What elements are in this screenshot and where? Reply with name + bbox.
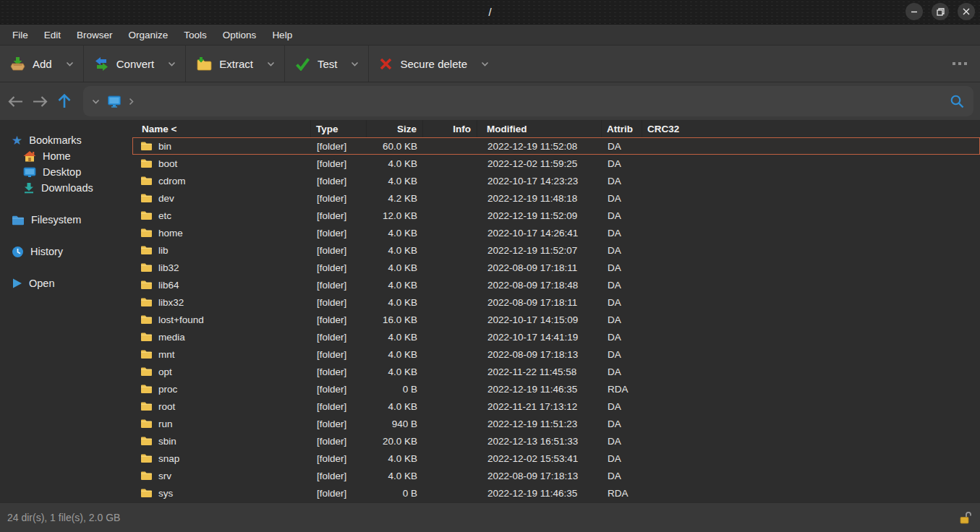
sidebar-item-downloads[interactable]: Downloads xyxy=(0,180,132,196)
table-row-4[interactable]: etc [folder] 12.0 KB 2022-12-19 11:52:09… xyxy=(132,207,980,224)
file-crc32 xyxy=(643,485,979,501)
extract-button[interactable]: Extract xyxy=(189,51,260,76)
navigation-bar xyxy=(0,82,980,120)
file-type: [folder] xyxy=(312,277,367,293)
table-row-20[interactable]: sys [folder] 0 B 2022-12-19 11:46:35 RDA xyxy=(132,484,980,502)
menu-item-0[interactable]: File xyxy=(4,25,36,45)
sidebar-item-bookmarks[interactable]: ★ Bookmarks xyxy=(0,132,132,148)
table-row-19[interactable]: srv [folder] 4.0 KB 2022-08-09 17:18:13 … xyxy=(132,467,980,484)
table-row-9[interactable]: libx32 [folder] 4.0 KB 2022-08-09 17:18:… xyxy=(132,293,980,311)
chevron-down-icon xyxy=(481,61,489,66)
file-name: snap xyxy=(158,453,179,464)
file-name: sys xyxy=(158,488,173,499)
back-button[interactable] xyxy=(4,88,27,114)
sidebar-item-home[interactable]: Home xyxy=(0,148,132,164)
sidebar-item-history[interactable]: History xyxy=(0,244,132,259)
maximize-button[interactable] xyxy=(932,3,949,20)
table-row-12[interactable]: mnt [folder] 4.0 KB 2022-08-09 17:18:13 … xyxy=(132,346,980,363)
table-row-14[interactable]: proc [folder] 0 B 2022-12-19 11:46:35 RD… xyxy=(132,380,980,398)
table-row-2[interactable]: cdrom [folder] 4.0 KB 2022-10-17 14:23:2… xyxy=(132,172,980,189)
forward-button[interactable] xyxy=(28,88,51,114)
more-options-button[interactable] xyxy=(953,62,967,65)
table-row-3[interactable]: dev [folder] 4.2 KB 2022-12-19 11:48:18 … xyxy=(132,189,980,207)
add-button[interactable]: Add xyxy=(3,51,59,77)
file-attrib: RDA xyxy=(602,485,643,501)
file-type: [folder] xyxy=(312,450,367,466)
file-modified: 2022-08-09 17:18:48 xyxy=(478,277,602,293)
column-header-name[interactable]: Name < xyxy=(132,120,311,137)
table-row-7[interactable]: lib32 [folder] 4.0 KB 2022-08-09 17:18:1… xyxy=(132,259,980,276)
column-header-attrib[interactable]: Attrib xyxy=(602,120,642,137)
table-row-11[interactable]: media [folder] 4.0 KB 2022-10-17 14:41:1… xyxy=(132,328,980,346)
extract-dropdown-button[interactable] xyxy=(260,56,281,72)
sidebar-item-filesystem[interactable]: Filesystem xyxy=(0,212,132,228)
file-type: [folder] xyxy=(312,207,367,223)
file-attrib: DA xyxy=(602,312,643,327)
computer-icon[interactable] xyxy=(107,95,122,108)
table-row-13[interactable]: opt [folder] 4.0 KB 2022-11-22 11:45:58 … xyxy=(132,363,980,380)
file-info xyxy=(424,312,478,327)
table-row-16[interactable]: run [folder] 940 B 2022-12-19 11:51:23 D… xyxy=(132,415,980,432)
file-modified: 2022-11-21 17:13:12 xyxy=(478,398,602,414)
menu-item-2[interactable]: Browser xyxy=(69,25,121,45)
file-attrib: DA xyxy=(602,346,643,362)
menu-item-3[interactable]: Organize xyxy=(121,25,176,45)
file-info xyxy=(424,225,478,241)
file-name: home xyxy=(158,228,183,239)
column-header-info[interactable]: Info xyxy=(423,120,477,137)
sidebar-item-desktop[interactable]: Desktop xyxy=(0,164,132,180)
file-info xyxy=(424,173,478,189)
column-header-crc32[interactable]: CRC32 xyxy=(642,120,980,137)
file-modified: 2022-08-09 17:18:13 xyxy=(478,468,602,484)
table-row-8[interactable]: lib64 [folder] 4.0 KB 2022-08-09 17:18:4… xyxy=(132,276,980,293)
file-modified: 2022-08-09 17:18:11 xyxy=(478,259,602,275)
lock-open-icon[interactable] xyxy=(958,511,972,525)
table-row-0[interactable]: bin [folder] 60.0 KB 2022-12-19 11:52:08… xyxy=(132,137,980,155)
sidebar-item-label: History xyxy=(30,246,63,257)
table-row-15[interactable]: root [folder] 4.0 KB 2022-11-21 17:13:12… xyxy=(132,398,980,415)
table-row-5[interactable]: home [folder] 4.0 KB 2022-10-17 14:26:41… xyxy=(132,224,980,241)
table-row-1[interactable]: boot [folder] 4.0 KB 2022-12-02 11:59:25… xyxy=(132,155,980,172)
star-icon: ★ xyxy=(12,134,22,147)
column-header-size[interactable]: Size xyxy=(367,120,423,137)
file-attrib: DA xyxy=(602,468,643,484)
sidebar-item-open[interactable]: Open xyxy=(0,275,132,291)
file-crc32 xyxy=(643,242,979,258)
chevron-down-icon xyxy=(351,61,359,66)
file-name: mnt xyxy=(158,349,175,360)
table-row-6[interactable]: lib [folder] 4.0 KB 2022-12-19 11:52:07 … xyxy=(132,241,980,259)
chevron-down-icon[interactable] xyxy=(92,99,100,104)
file-name: lib64 xyxy=(158,280,179,291)
file-attrib: DA xyxy=(602,416,643,432)
add-dropdown-button[interactable] xyxy=(59,56,80,72)
menu-item-6[interactable]: Help xyxy=(264,25,300,45)
up-button[interactable] xyxy=(53,88,76,114)
test-button[interactable]: Test xyxy=(288,52,345,76)
secure-delete-dropdown-button[interactable] xyxy=(474,56,495,72)
convert-button[interactable]: Convert xyxy=(87,51,162,77)
test-dropdown-button[interactable] xyxy=(344,56,365,72)
menu-item-5[interactable]: Options xyxy=(215,25,265,45)
file-modified: 2022-12-19 11:52:08 xyxy=(478,138,602,154)
menu-item-4[interactable]: Tools xyxy=(176,25,215,45)
table-row-10[interactable]: lost+found [folder] 16.0 KB 2022-10-17 1… xyxy=(132,311,980,328)
folder-icon xyxy=(140,280,153,290)
folder-icon xyxy=(140,297,153,307)
column-header-modified[interactable]: Modified xyxy=(477,120,602,137)
menu-item-1[interactable]: Edit xyxy=(36,25,69,45)
address-bar[interactable] xyxy=(83,86,973,116)
chevron-right-icon xyxy=(129,98,134,106)
table-row-17[interactable]: sbin [folder] 20.0 KB 2022-12-13 16:51:3… xyxy=(132,432,980,450)
table-row-18[interactable]: snap [folder] 4.0 KB 2022-12-02 15:53:41… xyxy=(132,450,980,467)
convert-dropdown-button[interactable] xyxy=(161,56,182,72)
file-attrib: DA xyxy=(602,138,643,154)
file-crc32 xyxy=(643,312,979,327)
search-icon[interactable] xyxy=(950,94,965,109)
file-name: run xyxy=(158,419,173,429)
secure-delete-button[interactable]: Secure delete xyxy=(372,52,474,76)
file-crc32 xyxy=(643,398,979,414)
file-crc32 xyxy=(643,381,979,397)
column-header-type[interactable]: Type xyxy=(311,120,367,137)
close-button[interactable] xyxy=(958,3,975,20)
minimize-button[interactable] xyxy=(906,3,923,20)
